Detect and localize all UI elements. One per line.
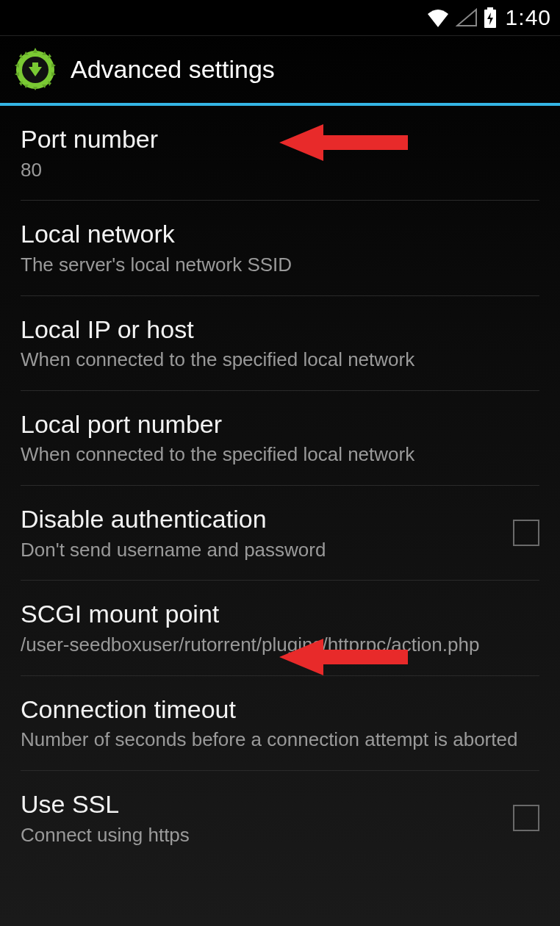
setting-title: SCGI mount point bbox=[21, 598, 539, 630]
setting-title: Disable authentication bbox=[21, 503, 498, 535]
wifi-icon bbox=[426, 8, 450, 27]
setting-subtitle: Don't send username and password bbox=[21, 538, 498, 563]
setting-title: Local IP or host bbox=[21, 314, 539, 345]
setting-local-port[interactable]: Local port number When connected to the … bbox=[21, 391, 539, 486]
setting-title: Local port number bbox=[21, 409, 539, 440]
status-time: 1:40 bbox=[506, 5, 551, 30]
setting-disable-auth[interactable]: Disable authentication Don't send userna… bbox=[21, 486, 539, 581]
setting-use-ssl[interactable]: Use SSL Connect using https bbox=[21, 771, 539, 865]
setting-scgi-mount[interactable]: SCGI mount point /user-seedboxuser/rutor… bbox=[21, 581, 539, 675]
checkbox-use-ssl[interactable] bbox=[513, 805, 539, 831]
svg-rect-1 bbox=[487, 7, 493, 10]
status-bar: 1:40 bbox=[0, 0, 560, 35]
setting-port-number[interactable]: Port number 80 bbox=[21, 106, 539, 201]
setting-subtitle: Connect using https bbox=[21, 823, 498, 848]
cell-signal-icon bbox=[456, 8, 478, 27]
setting-subtitle: The server's local network SSID bbox=[21, 253, 539, 278]
app-header: Advanced settings bbox=[0, 35, 560, 103]
setting-subtitle: When connected to the specified local ne… bbox=[21, 442, 539, 467]
setting-subtitle: When connected to the specified local ne… bbox=[21, 348, 539, 373]
settings-list[interactable]: Port number 80 Local network The server'… bbox=[0, 106, 560, 865]
setting-value: 80 bbox=[21, 158, 539, 183]
battery-charging-icon bbox=[484, 7, 497, 29]
setting-title: Use SSL bbox=[21, 789, 498, 820]
setting-value: /user-seedboxuser/rutorrent/plugins/http… bbox=[21, 633, 539, 658]
setting-title: Local network bbox=[21, 218, 539, 250]
setting-title: Port number bbox=[21, 123, 539, 155]
setting-local-network[interactable]: Local network The server's local network… bbox=[21, 201, 539, 295]
checkbox-disable-auth[interactable] bbox=[513, 520, 539, 546]
setting-subtitle: Number of seconds before a connection at… bbox=[21, 728, 539, 753]
page-title: Advanced settings bbox=[71, 55, 275, 84]
setting-local-ip[interactable]: Local IP or host When connected to the s… bbox=[21, 296, 539, 391]
setting-title: Connection timeout bbox=[21, 694, 539, 725]
setting-connection-timeout[interactable]: Connection timeout Number of seconds bef… bbox=[21, 676, 539, 771]
app-icon bbox=[13, 48, 57, 92]
